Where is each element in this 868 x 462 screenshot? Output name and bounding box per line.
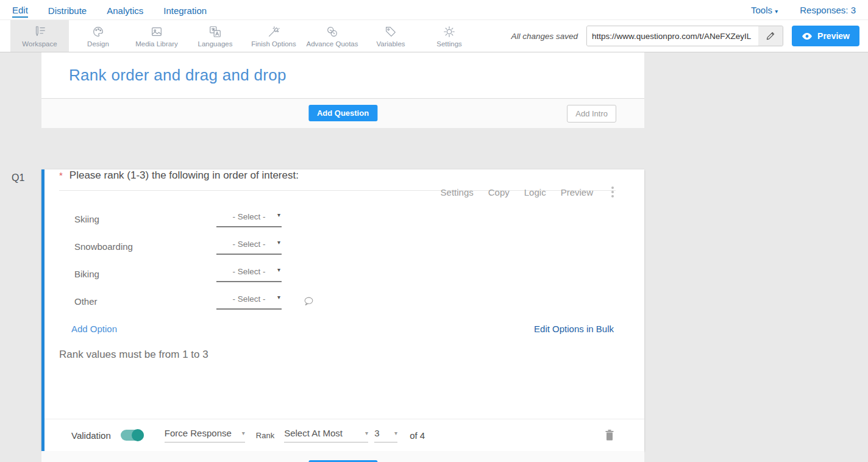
question-id-label: Q1 [12, 172, 24, 183]
select-placeholder: - Select - [232, 267, 265, 276]
nav-item-analytics[interactable]: Analytics [107, 3, 143, 17]
chevron-down-icon: ▾ [242, 430, 245, 436]
rank-range-note: Rank values must be from 1 to 3 [59, 349, 644, 361]
toolbar-tab-settings[interactable]: Settings [420, 20, 478, 52]
survey-url-box [586, 26, 783, 46]
toolbar-tab-label: Workspace [22, 40, 57, 48]
toolbar-tab-label: Media Library [135, 40, 178, 48]
toolbar-tab-label: Advance Quotas [306, 40, 358, 48]
comment-icon[interactable] [304, 296, 314, 307]
media-library-icon [150, 25, 163, 38]
select-placeholder: - Select - [232, 240, 265, 249]
select-mode-dropdown[interactable]: Select At Most ▾ [284, 428, 368, 442]
nav-item-edit[interactable]: Edit [12, 2, 28, 18]
toolbar-tab-media-library[interactable]: Media Library [127, 20, 186, 52]
toolbar-tab-label: Languages [198, 40, 233, 48]
preview-button[interactable]: Preview [792, 26, 859, 46]
option-row: Other - Select - ▾ [74, 288, 644, 315]
chevron-down-icon: ▾ [277, 211, 280, 218]
chevron-down-icon: ▾ [277, 294, 280, 300]
chevron-down-icon: ▾ [365, 430, 368, 436]
edit-options-bulk-link[interactable]: Edit Options in Bulk [534, 324, 614, 334]
select-placeholder: - Select - [232, 294, 265, 304]
bottom-add-band: Add Question ✂ Page Break ☑ Separator [41, 451, 644, 462]
validation-label: Validation [71, 430, 111, 441]
toolbar-tab-workspace[interactable]: Workspace [10, 20, 69, 52]
rank-select-dropdown[interactable]: - Select - ▾ [216, 238, 282, 255]
option-label[interactable]: Skiing [74, 214, 216, 224]
option-list: Skiing - Select - ▾ Snowboarding - Selec… [74, 205, 644, 315]
chevron-down-icon: ▾ [775, 8, 778, 15]
select-placeholder: - Select - [232, 212, 265, 221]
advance-quotas-icon [326, 25, 339, 38]
chevron-down-icon: ▾ [277, 239, 280, 246]
option-actions-row: Add Option Edit Options in Bulk [71, 324, 614, 334]
toolbar-tab-finish-options[interactable]: Finish Options [244, 20, 303, 52]
rank-select-dropdown[interactable]: - Select - ▾ [216, 266, 282, 282]
validation-row: Validation Force Response ▾ Rank Select … [44, 419, 644, 451]
add-intro-button[interactable]: Add Intro [567, 105, 616, 123]
survey-title[interactable]: Rank order and drag and drop [41, 52, 644, 85]
option-label[interactable]: Biking [74, 269, 216, 279]
top-add-band: Add Question Add Intro [41, 99, 644, 128]
add-option-link[interactable]: Add Option [71, 324, 117, 334]
toggle-knob [132, 429, 144, 441]
question-card: Settings Copy Logic Preview * Please ran… [41, 169, 644, 451]
pencil-icon [766, 31, 775, 41]
select-count-dropdown[interactable]: 3 ▾ [374, 428, 397, 442]
rank-select-dropdown[interactable]: - Select - ▾ [216, 211, 282, 227]
question-menu: Settings Copy Logic Preview [426, 185, 615, 199]
save-status: All changes saved [511, 32, 578, 41]
edit-url-button[interactable] [758, 26, 783, 46]
toolbar-tab-label: Variables [376, 40, 405, 48]
question-preview-link[interactable]: Preview [561, 187, 593, 197]
option-row: Skiing - Select - ▾ [74, 205, 644, 233]
settings-icon [443, 25, 456, 38]
eye-icon [802, 32, 813, 40]
question-settings-link[interactable]: Settings [441, 187, 474, 197]
survey-title-card: Rank order and drag and drop [41, 52, 644, 99]
question-copy-link[interactable]: Copy [488, 187, 510, 197]
nav-item-distribute[interactable]: Distribute [48, 3, 87, 17]
option-label[interactable]: Snowboarding [74, 241, 216, 252]
toolbar-tab-advance-quotas[interactable]: Advance Quotas [303, 20, 361, 52]
toolbar-tab-label: Design [87, 40, 109, 48]
variables-icon [384, 25, 397, 38]
validation-toggle[interactable] [121, 430, 144, 441]
option-label[interactable]: Other [74, 296, 216, 307]
survey-url-input[interactable] [587, 26, 758, 46]
survey-editor-content: Rank order and drag and drop Add Questio… [41, 52, 644, 462]
option-row: Biking - Select - ▾ [74, 260, 644, 288]
question-logic-link[interactable]: Logic [524, 187, 546, 197]
option-row: Snowboarding - Select - ▾ [74, 233, 644, 260]
delete-question-icon[interactable] [604, 429, 615, 441]
force-response-dropdown[interactable]: Force Response ▾ [165, 428, 245, 442]
toolbar-tab-design[interactable]: Design [69, 20, 127, 52]
question-text[interactable]: Please rank (1-3) the following in order… [69, 169, 299, 182]
toolbar-tab-label: Finish Options [251, 40, 296, 48]
top-nav: Edit Distribute Analytics Integration To… [0, 0, 868, 20]
toolbar-tab-languages[interactable]: Languages [186, 20, 244, 52]
workspace-icon [33, 25, 46, 38]
add-question-button-top[interactable]: Add Question [308, 105, 377, 121]
more-options-icon[interactable] [610, 185, 615, 199]
chevron-down-icon: ▾ [394, 430, 397, 436]
nav-item-integration[interactable]: Integration [163, 3, 207, 17]
of-total-label: of 4 [410, 430, 425, 441]
tools-dropdown[interactable]: Tools ▾ [751, 5, 778, 15]
languages-icon [208, 25, 222, 38]
responses-link[interactable]: Responses: 3 [800, 5, 856, 15]
chevron-down-icon: ▾ [277, 266, 280, 273]
rank-select-dropdown[interactable]: - Select - ▾ [216, 293, 282, 310]
required-marker: * [59, 170, 63, 180]
toolbar-tab-label: Settings [436, 40, 462, 48]
toolbar-tab-variables[interactable]: Variables [361, 20, 420, 52]
finish-options-icon [267, 25, 280, 38]
editor-toolbar: Workspace Design Media Library Languages… [0, 20, 868, 52]
rank-label: Rank [256, 431, 274, 440]
design-icon [91, 25, 105, 38]
